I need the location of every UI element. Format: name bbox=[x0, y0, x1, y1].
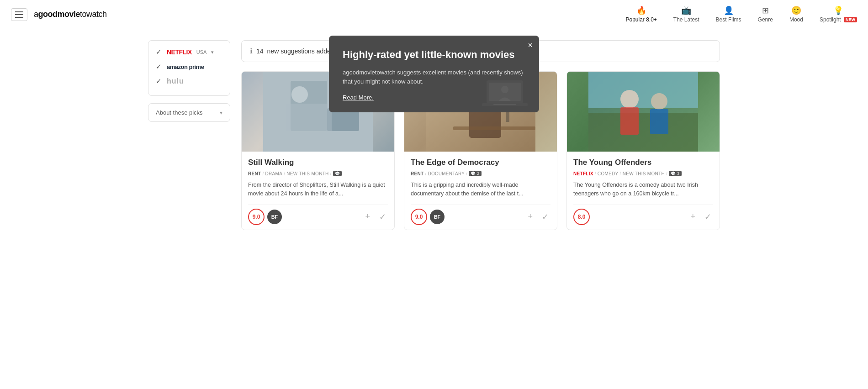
movie-title-eod: The Edge of Democracy bbox=[411, 158, 550, 167]
svg-rect-21 bbox=[588, 72, 698, 108]
about-picks-arrow-icon: ▾ bbox=[220, 110, 222, 116]
movie-card-young-offenders: The Young Offenders NETFLIX / COMEDY / N… bbox=[566, 71, 720, 230]
nav-mood[interactable]: 🙂 Mood bbox=[789, 6, 803, 23]
movie-actions-eod: + ✓ bbox=[526, 210, 550, 224]
movie-desc-yo: The Young Offenders is a comedy about tw… bbox=[573, 181, 713, 198]
chat-badge-eod: 💬 2 bbox=[469, 171, 481, 176]
movie-title-yo: The Young Offenders bbox=[573, 158, 713, 167]
header: agoodmovietowatch 🔥 Popular 8.0+ 📺 The L… bbox=[0, 0, 868, 29]
mood-icon: 🙂 bbox=[791, 6, 801, 15]
netflix-region: USA bbox=[196, 49, 207, 55]
svg-rect-9 bbox=[286, 104, 332, 131]
movie-meta-yo: NETFLIX / COMEDY / NEW THIS MONTH / 💬 3 bbox=[573, 171, 713, 176]
grid-icon: ⊞ bbox=[762, 6, 769, 15]
add-button-eod[interactable]: + bbox=[526, 210, 535, 223]
movie-info-still-walking: Still Walking RENT / DRAMA / NEW THIS MO… bbox=[242, 152, 394, 230]
tag-yo: NEW THIS MONTH bbox=[623, 171, 665, 176]
svg-point-23 bbox=[620, 90, 639, 108]
netflix-logo: NETFLIX bbox=[167, 48, 192, 56]
svg-point-8 bbox=[291, 86, 308, 103]
menu-icon-line2 bbox=[15, 14, 23, 15]
svg-point-4 bbox=[501, 86, 508, 93]
service-hulu[interactable]: ✓ hulu bbox=[156, 77, 222, 85]
tooltip-read-more-link[interactable]: Read More. bbox=[343, 94, 374, 101]
score-badge-sw: 9.0 bbox=[248, 209, 265, 225]
movie-desc-still-walking: From the director of Shoplifters, Still … bbox=[248, 181, 388, 198]
fire-icon: 🔥 bbox=[636, 6, 646, 15]
check-button-eod[interactable]: ✓ bbox=[540, 210, 550, 224]
new-badge: NEW bbox=[844, 17, 857, 22]
nav-popular[interactable]: 🔥 Popular 8.0+ bbox=[625, 6, 656, 23]
service-label-sw: RENT bbox=[248, 171, 261, 176]
about-picks-button[interactable]: About these picks ▾ bbox=[148, 103, 230, 122]
add-button-yo[interactable]: + bbox=[688, 210, 697, 223]
movie-meta-eod: RENT / DOCUMENTARY / 💬 2 bbox=[411, 171, 550, 176]
check-button-sw[interactable]: ✓ bbox=[377, 210, 388, 224]
tooltip-popup: × Highly-rated yet little-known movies a… bbox=[329, 36, 539, 112]
movie-meta-still-walking: RENT / DRAMA / NEW THIS MONTH / 💬 bbox=[248, 171, 388, 176]
movie-footer-still-walking: 9.0 BF + ✓ bbox=[248, 205, 388, 225]
service-amazon[interactable]: ✓ amazon prime bbox=[156, 63, 222, 71]
svg-rect-16 bbox=[453, 126, 535, 130]
tag-sw: NEW THIS MONTH bbox=[286, 171, 328, 176]
add-button-sw[interactable]: + bbox=[363, 210, 372, 223]
svg-rect-26 bbox=[650, 109, 668, 134]
score-badge-eod: 9.0 bbox=[411, 209, 427, 225]
services-panel: ✓ NETFLIX USA ▾ ✓ amazon prime ✓ hulu bbox=[148, 40, 230, 96]
amazon-logo: amazon prime bbox=[167, 63, 204, 70]
bf-badge-sw: BF bbox=[267, 210, 282, 224]
genre-eod: DOCUMENTARY bbox=[428, 171, 465, 176]
tooltip-decoration bbox=[480, 76, 530, 112]
info-icon: ℹ bbox=[250, 47, 253, 55]
menu-icon-line3 bbox=[15, 17, 23, 18]
main-nav: 🔥 Popular 8.0+ 📺 The Latest 👤 Best Films… bbox=[625, 6, 857, 23]
genre-yo: COMEDY bbox=[598, 171, 619, 176]
netflix-dropdown-icon[interactable]: ▾ bbox=[211, 49, 214, 55]
service-label-eod: RENT bbox=[411, 171, 423, 176]
spotlight-icon: 💡 bbox=[833, 6, 843, 15]
movie-footer-yo: 8.0 + ✓ bbox=[573, 205, 713, 225]
person-icon: 👤 bbox=[724, 6, 734, 15]
nav-latest[interactable]: 📺 The Latest bbox=[673, 6, 699, 23]
movie-badges-yo: 8.0 bbox=[573, 209, 590, 225]
tooltip-close-button[interactable]: × bbox=[528, 41, 533, 49]
tv-icon: 📺 bbox=[681, 6, 691, 15]
bf-badge-eod: BF bbox=[430, 210, 445, 224]
nav-spotlight[interactable]: 💡 Spotlight NEW bbox=[820, 6, 857, 23]
svg-rect-3 bbox=[493, 104, 516, 105]
movie-poster-young-offenders bbox=[567, 72, 720, 152]
nav-best-films[interactable]: 👤 Best Films bbox=[716, 6, 741, 23]
genre-sw: DRAMA bbox=[265, 171, 283, 176]
movie-info-edge-of-democracy: The Edge of Democracy RENT / DOCUMENTARY… bbox=[404, 152, 557, 230]
svg-rect-22 bbox=[588, 113, 698, 152]
site-logo: agoodmovietowatch bbox=[34, 10, 107, 19]
movie-badges-sw: 9.0 BF bbox=[248, 209, 282, 225]
service-label-yo: NETFLIX bbox=[573, 171, 593, 176]
hulu-check-icon: ✓ bbox=[156, 77, 163, 85]
svg-rect-24 bbox=[620, 107, 639, 135]
service-netflix[interactable]: ✓ NETFLIX USA ▾ bbox=[156, 48, 222, 56]
suggestions-count: 14 bbox=[256, 47, 264, 55]
movie-actions-yo: + ✓ bbox=[688, 210, 713, 224]
chat-badge-yo: 💬 3 bbox=[669, 171, 681, 176]
check-button-yo[interactable]: ✓ bbox=[703, 210, 713, 224]
nav-genre[interactable]: ⊞ Genre bbox=[758, 6, 773, 23]
chat-badge-sw: 💬 bbox=[333, 171, 342, 176]
movie-info-young-offenders: The Young Offenders NETFLIX / COMEDY / N… bbox=[567, 152, 720, 230]
hulu-logo: hulu bbox=[167, 77, 184, 85]
score-badge-yo: 8.0 bbox=[573, 209, 590, 225]
menu-icon-line1 bbox=[15, 11, 23, 12]
tooltip-title: Highly-rated yet little-known movies bbox=[343, 48, 525, 62]
menu-button[interactable] bbox=[11, 8, 27, 21]
sidebar: ✓ NETFLIX USA ▾ ✓ amazon prime ✓ hulu Ab… bbox=[148, 40, 230, 230]
amazon-check-icon: ✓ bbox=[156, 63, 163, 71]
movie-footer-eod: 9.0 BF + ✓ bbox=[411, 205, 550, 225]
movie-desc-eod: This is a gripping and incredibly well-m… bbox=[411, 181, 550, 198]
svg-point-25 bbox=[651, 93, 667, 110]
netflix-check-icon: ✓ bbox=[156, 48, 163, 56]
movie-title-still-walking: Still Walking bbox=[248, 158, 388, 167]
about-picks-label: About these picks bbox=[156, 109, 203, 116]
movie-actions-sw: + ✓ bbox=[363, 210, 388, 224]
movie-badges-eod: 9.0 BF bbox=[411, 209, 445, 225]
